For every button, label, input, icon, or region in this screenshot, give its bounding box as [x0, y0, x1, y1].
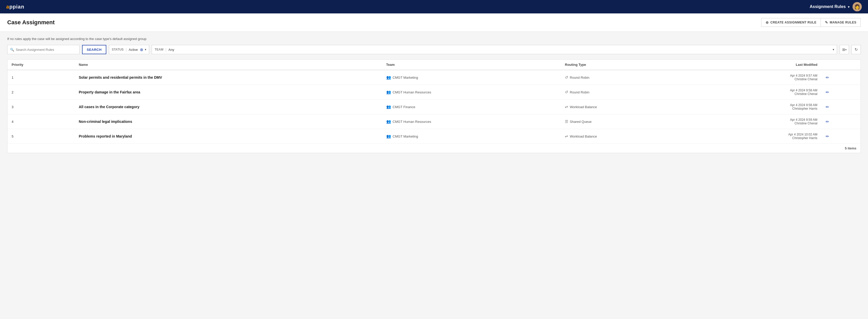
- routing-type-name: Round Robin: [570, 90, 589, 94]
- table-header-row: Priority Name Team Routing Type Last Mod…: [7, 60, 861, 70]
- cell-last-modified: Apr 4 2024 9:58 AM Christopher Harris: [696, 99, 822, 114]
- search-icon: 🔍: [10, 48, 14, 52]
- status-filter: STATUS | Active ⊗ ▾: [109, 45, 149, 54]
- cell-team: 👥 CMGT Marketing: [382, 70, 561, 85]
- status-value: Active: [129, 48, 138, 52]
- edit-row-icon[interactable]: ✏: [826, 134, 829, 139]
- cell-team: 👥 CMGT Finance: [382, 99, 561, 114]
- edit-row-icon[interactable]: ✏: [826, 90, 829, 94]
- team-icon: 👥: [386, 105, 391, 109]
- team-icon: 👥: [386, 75, 391, 80]
- assignment-rules-table: Priority Name Team Routing Type Last Mod…: [7, 59, 861, 153]
- routing-icon: ⇌: [565, 134, 568, 139]
- cell-last-modified: Apr 4 2024 9:57 AM Christine Chenal: [696, 70, 822, 85]
- team-dropdown-icon[interactable]: ▾: [833, 48, 834, 51]
- cell-team: 👥 CMGT Human Resources: [382, 114, 561, 129]
- cell-priority: 4: [7, 114, 74, 129]
- routing-icon: ⇌: [565, 105, 568, 109]
- header-title: Assignment Rules ▾: [810, 4, 849, 9]
- modified-date: Apr 4 2024 9:58 AM: [700, 89, 817, 92]
- team-value: Any: [168, 48, 174, 52]
- col-priority: Priority: [7, 60, 74, 70]
- col-last-modified: Last Modified: [696, 60, 822, 70]
- filter-chevron-icon: ▾: [845, 48, 846, 51]
- cell-last-modified: Apr 4 2024 9:58 AM Christine Chenal: [696, 85, 822, 99]
- routing-icon: ↺: [565, 75, 568, 80]
- cell-name: Problems reported in Maryland: [74, 129, 382, 144]
- team-icon: 👥: [386, 119, 391, 124]
- plus-icon: ⊕: [766, 20, 769, 25]
- cell-last-modified: Apr 4 2024 10:02 AM Christopher Harris: [696, 129, 822, 144]
- modified-user: Christine Chenal: [700, 92, 817, 96]
- modified-date: Apr 4 2024 9:58 AM: [700, 103, 817, 107]
- team-name: CMGT Marketing: [393, 135, 418, 138]
- table-row: 1 Solar permits and residential permits …: [7, 70, 861, 85]
- routing-icon: ↺: [565, 90, 568, 94]
- cell-routing-type: ☰ Shared Queue: [561, 114, 696, 129]
- team-filter: TEAM | Any ▾: [152, 45, 837, 54]
- app-header: appian Assignment Rules ▾ 👩: [0, 0, 868, 13]
- modified-user: Christine Chenal: [700, 121, 817, 125]
- table-footer: 5 items: [7, 144, 861, 153]
- cell-name: Non-criminal legal implications: [74, 114, 382, 129]
- col-routing-type: Routing Type: [561, 60, 696, 70]
- cell-routing-type: ↺ Round Robin: [561, 70, 696, 85]
- header-right: Assignment Rules ▾ 👩: [810, 2, 862, 11]
- edit-row-icon[interactable]: ✏: [826, 119, 829, 124]
- modified-user: Christine Chenal: [700, 78, 817, 81]
- team-name: CMGT Human Resources: [393, 120, 431, 124]
- edit-icon: ✎: [825, 20, 828, 25]
- status-label: STATUS: [112, 48, 124, 51]
- cell-name: Property damage in the Fairfax area: [74, 85, 382, 99]
- cell-priority: 1: [7, 70, 74, 85]
- cell-edit: ✏: [822, 129, 861, 144]
- cell-name: All cases in the Corporate category: [74, 99, 382, 114]
- create-assignment-rule-button[interactable]: ⊕ CREATE ASSIGNMENT RULE: [761, 18, 820, 27]
- refresh-icon: ↻: [855, 47, 858, 52]
- funnel-icon: ⊞: [842, 48, 845, 52]
- col-team: Team: [382, 60, 561, 70]
- status-clear-icon[interactable]: ⊗: [140, 47, 143, 52]
- col-actions: [822, 60, 861, 70]
- modified-user: Christopher Harris: [700, 136, 817, 140]
- cell-priority: 5: [7, 129, 74, 144]
- edit-row-icon[interactable]: ✏: [826, 75, 829, 80]
- team-name: CMGT Marketing: [393, 76, 418, 80]
- filters-row: 🔍 SEARCH STATUS | Active ⊗ ▾ TEAM | Any …: [7, 45, 861, 54]
- cell-edit: ✏: [822, 70, 861, 85]
- status-dropdown-icon[interactable]: ▾: [145, 48, 146, 51]
- team-name: CMGT Human Resources: [393, 90, 431, 94]
- col-name: Name: [74, 60, 382, 70]
- team-name: CMGT Finance: [393, 105, 415, 109]
- modified-date: Apr 4 2024 9:57 AM: [700, 74, 817, 78]
- team-label: TEAM: [155, 48, 163, 51]
- table-row: 3 All cases in the Corporate category 👥 …: [7, 99, 861, 114]
- page-title: Case Assignment: [7, 19, 55, 26]
- routing-type-name: Workload Balance: [570, 105, 597, 109]
- cell-edit: ✏: [822, 99, 861, 114]
- search-button[interactable]: SEARCH: [82, 45, 106, 54]
- items-count: 5 items: [845, 146, 857, 150]
- header-title-chevron[interactable]: ▾: [848, 5, 849, 9]
- filter-icon-button[interactable]: ⊞ ▾: [840, 45, 849, 54]
- manage-rules-button[interactable]: ✎ MANAGE RULES: [820, 18, 861, 27]
- refresh-button[interactable]: ↻: [851, 45, 861, 54]
- cell-last-modified: Apr 4 2024 9:59 AM Christine Chenal: [696, 114, 822, 129]
- app-logo: appian: [6, 4, 24, 10]
- team-icon: 👥: [386, 134, 391, 139]
- routing-type-name: Workload Balance: [570, 135, 597, 138]
- cell-routing-type: ↺ Round Robin: [561, 85, 696, 99]
- edit-row-icon[interactable]: ✏: [826, 105, 829, 109]
- routing-icon: ☰: [565, 119, 568, 124]
- cell-edit: ✏: [822, 114, 861, 129]
- cell-name: Solar permits and residential permits in…: [74, 70, 382, 85]
- cell-priority: 3: [7, 99, 74, 114]
- cell-team: 👥 CMGT Human Resources: [382, 85, 561, 99]
- search-wrapper: 🔍: [7, 45, 80, 54]
- search-input[interactable]: [16, 48, 76, 52]
- page-actions: ⊕ CREATE ASSIGNMENT RULE ✎ MANAGE RULES: [761, 18, 861, 27]
- routing-type-name: Round Robin: [570, 76, 589, 80]
- table-row: 2 Property damage in the Fairfax area 👥 …: [7, 85, 861, 99]
- table-row: 4 Non-criminal legal implications 👥 CMGT…: [7, 114, 861, 129]
- avatar[interactable]: 👩: [852, 2, 862, 11]
